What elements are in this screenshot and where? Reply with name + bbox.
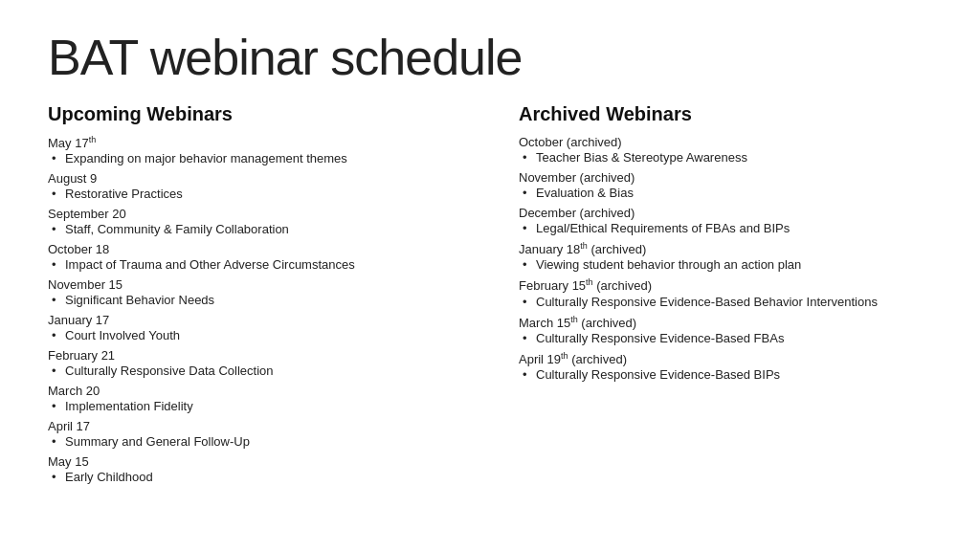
archived-item-2: Legal/Ethical Requirements of FBAs and B… xyxy=(519,221,932,235)
upcoming-date-5: January 17 xyxy=(48,313,461,327)
upcoming-item-6: Culturally Responsive Data Collection xyxy=(48,364,461,378)
archived-item-5: Culturally Responsive Evidence-Based FBA… xyxy=(519,331,932,345)
upcoming-item-7: Implementation Fidelity xyxy=(48,399,461,413)
archived-column: Archived Webinars October (archived)Teac… xyxy=(519,103,932,484)
upcoming-date-9: May 15 xyxy=(48,454,461,469)
upcoming-date-4: November 15 xyxy=(48,277,461,292)
upcoming-item-5: Court Involved Youth xyxy=(48,328,461,342)
archived-heading: Archived Webinars xyxy=(519,103,932,125)
upcoming-item-8: Summary and General Follow-Up xyxy=(48,434,461,449)
upcoming-date-2: September 20 xyxy=(48,207,461,221)
upcoming-column: Upcoming Webinars May 17thExpanding on m… xyxy=(48,103,461,484)
archived-item-4: Culturally Responsive Evidence-Based Beh… xyxy=(519,295,932,309)
archived-item-6: Culturally Responsive Evidence-Based BIP… xyxy=(519,367,932,382)
upcoming-item-1: Restorative Practices xyxy=(48,187,461,201)
archived-date-2: December (archived) xyxy=(519,206,932,220)
upcoming-item-2: Staff, Community & Family Collaboration xyxy=(48,222,461,236)
archived-date-3: January 18th (archived) xyxy=(519,241,932,256)
archived-date-0: October (archived) xyxy=(519,135,932,149)
archived-item-3: Viewing student behavior through an acti… xyxy=(519,257,932,272)
upcoming-item-3: Impact of Trauma and Other Adverse Circu… xyxy=(48,257,461,272)
archived-item-1: Evaluation & Bias xyxy=(519,186,932,200)
upcoming-date-0: May 17th xyxy=(48,135,461,150)
upcoming-date-1: August 9 xyxy=(48,171,461,186)
upcoming-item-9: Early Childhood xyxy=(48,470,461,484)
upcoming-heading: Upcoming Webinars xyxy=(48,103,461,125)
archived-date-6: April 19th (archived) xyxy=(519,351,932,366)
archived-item-0: Teacher Bias & Stereotype Awareness xyxy=(519,150,932,165)
upcoming-date-7: March 20 xyxy=(48,384,461,398)
page-title: BAT webinar schedule xyxy=(48,29,932,86)
upcoming-item-0: Expanding on major behavior management t… xyxy=(48,151,461,165)
upcoming-date-6: February 21 xyxy=(48,348,461,363)
archived-date-5: March 15th (archived) xyxy=(519,315,932,330)
archived-date-1: November (archived) xyxy=(519,170,932,185)
upcoming-date-8: April 17 xyxy=(48,419,461,433)
upcoming-date-3: October 18 xyxy=(48,242,461,256)
archived-date-4: February 15th (archived) xyxy=(519,277,932,293)
upcoming-item-4: Significant Behavior Needs xyxy=(48,293,461,307)
